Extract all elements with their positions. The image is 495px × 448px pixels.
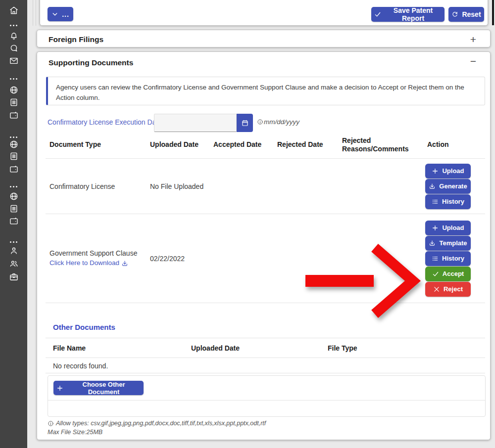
more-actions-button[interactable]: ... <box>48 7 73 21</box>
choose-other-document-button[interactable]: Choose Other Document <box>53 381 144 395</box>
supporting-documents-section: Supporting Documents − Agency users can … <box>37 51 491 440</box>
document-icon[interactable] <box>9 97 19 107</box>
divider <box>46 373 485 373</box>
check-icon <box>432 270 439 277</box>
uploaded-date-cell: 02/22/2022 <box>150 255 213 263</box>
download-icon <box>429 183 436 190</box>
overflow-dots-icon[interactable] <box>10 241 17 243</box>
accept-button[interactable]: Accept <box>425 267 471 281</box>
document-icon[interactable] <box>9 204 19 214</box>
action-cell: Upload Template History Accept <box>425 221 485 297</box>
toolbar-card: ... Save Patent Report Reset <box>40 0 488 26</box>
mail-icon[interactable] <box>9 56 19 66</box>
document-icon[interactable] <box>9 151 19 161</box>
date-format-hint: mm/dd/yyyy <box>257 118 299 126</box>
info-icon <box>257 119 263 125</box>
generate-button[interactable]: Generate <box>425 179 471 194</box>
info-icon <box>48 420 54 427</box>
download-icon <box>121 260 128 267</box>
table-row: Government Support Clause Click Here to … <box>46 214 485 303</box>
execution-date-input[interactable] <box>154 114 237 132</box>
save-patent-report-button[interactable]: Save Patent Report <box>371 7 445 22</box>
plus-icon <box>432 168 439 175</box>
col-header-accepted-date: Accepted Date <box>213 140 277 149</box>
max-size-text: Max File Size:25MB <box>48 429 102 436</box>
people-icon[interactable] <box>9 259 19 269</box>
globe-icon[interactable] <box>9 85 19 95</box>
briefcase-icon[interactable] <box>9 272 19 282</box>
chat-icon[interactable] <box>9 44 19 53</box>
reject-button[interactable]: Reject <box>425 282 471 297</box>
supporting-documents-title: Supporting Documents <box>49 58 133 67</box>
check-icon <box>374 11 381 18</box>
chevron-down-icon <box>51 11 58 18</box>
col-header-document-type: Document Type <box>46 140 150 149</box>
calendar-icon <box>241 119 249 127</box>
wallet-icon[interactable] <box>9 164 19 174</box>
overflow-dots-icon[interactable] <box>10 25 17 26</box>
viewport-edge <box>492 0 494 25</box>
col-header-action: Action <box>425 140 485 149</box>
action-cell: Upload Generate History <box>425 164 485 209</box>
reset-button[interactable]: Reset <box>448 7 484 22</box>
divider <box>46 358 485 358</box>
download-document-link[interactable]: Click Here to Download <box>50 259 128 268</box>
history-button[interactable]: History <box>425 251 471 266</box>
other-documents-title: Other Documents <box>53 323 115 331</box>
sidebar <box>0 0 27 448</box>
allow-types-text: Allow types: csv,gif,jpeg,jpg,png,pdf,do… <box>56 419 266 428</box>
bell-icon[interactable] <box>9 31 19 41</box>
list-icon <box>432 198 439 205</box>
more-actions-label: ... <box>62 10 69 18</box>
col-header-rejected-date: Rejected Date <box>277 140 342 149</box>
col-header-uploaded-date: Uploaded Date <box>191 344 328 352</box>
plus-icon <box>56 385 63 392</box>
globe-icon[interactable] <box>9 139 19 149</box>
col-header-uploaded-date: Uploaded Date <box>150 140 213 149</box>
agency-info-note: Agency users can review the Confirmatory… <box>46 77 485 105</box>
home-icon[interactable] <box>9 5 19 15</box>
reset-label: Reset <box>462 10 481 18</box>
other-document-upload-widget: Choose Other Document <box>48 375 486 417</box>
upload-button[interactable]: Upload <box>425 221 471 235</box>
document-type-cell: Confirmatory License <box>46 182 150 190</box>
person-icon[interactable] <box>9 246 19 256</box>
other-documents-header-row: File Name Uploaded Date File Type <box>53 339 485 358</box>
execution-date-label: Confirmatory License Execution Date <box>48 118 162 126</box>
foreign-filings-section[interactable]: Foreign Filings + <box>37 30 491 47</box>
template-button[interactable]: Template <box>425 236 471 251</box>
wallet-icon[interactable] <box>9 216 19 226</box>
col-header-file-type: File Type <box>328 344 485 352</box>
col-header-file-name: File Name <box>53 344 191 352</box>
list-icon <box>432 255 439 262</box>
globe-icon[interactable] <box>9 191 19 201</box>
expand-icon[interactable]: + <box>470 34 476 45</box>
supporting-documents-table: Document Type Uploaded Date Accepted Dat… <box>46 132 485 303</box>
upload-button[interactable]: Upload <box>425 164 471 179</box>
download-icon <box>429 240 436 247</box>
calendar-button[interactable] <box>237 114 253 132</box>
table-row: Confirmatory License No File Uploaded Up… <box>46 159 485 214</box>
empty-state-text: No records found. <box>53 362 108 370</box>
overflow-dots-icon[interactable] <box>10 136 17 138</box>
overflow-dots-icon[interactable] <box>10 186 17 187</box>
document-type-cell: Government Support Clause Click Here to … <box>46 249 150 268</box>
plus-icon <box>432 224 439 231</box>
wallet-icon[interactable] <box>9 110 19 120</box>
x-icon <box>433 286 440 293</box>
foreign-filings-title: Foreign Filings <box>49 35 103 44</box>
card-edge-fragment <box>33 0 33 26</box>
card-edge-fragment <box>36 0 36 26</box>
save-patent-report-label: Save Patent Report <box>385 6 442 22</box>
overflow-dots-icon[interactable] <box>10 78 17 80</box>
collapse-icon[interactable]: − <box>470 56 476 66</box>
divider <box>46 338 485 338</box>
table-header-row: Document Type Uploaded Date Accepted Dat… <box>46 132 485 159</box>
file-restrictions-note: Allow types: csv,gif,jpeg,jpg,png,pdf,do… <box>48 419 266 437</box>
history-button[interactable]: History <box>425 194 471 209</box>
uploaded-date-cell: No File Uploaded <box>150 182 213 190</box>
refresh-icon <box>451 11 458 18</box>
divider <box>48 400 485 401</box>
patent-report-page: ... Save Patent Report Reset Foreign Fil… <box>0 0 495 448</box>
col-header-rejected-comments: Rejected Reasons/Comments <box>342 136 425 154</box>
